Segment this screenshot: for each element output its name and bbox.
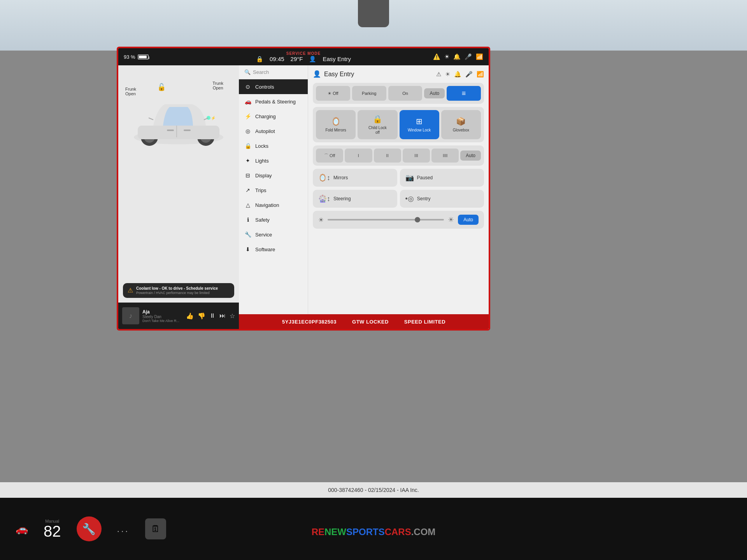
alert-banner: ⚠ Coolant low - OK to drive - Schedule s… [123,283,234,298]
nav-label-locks: Locks [255,143,268,149]
warning-icon: ⚠️ [433,53,440,60]
nav-item-pedals[interactable]: 🚗 Pedals & Steering [239,94,308,109]
nav-item-service[interactable]: 🔧 Service [239,227,308,242]
lights-parking-btn[interactable]: Parking [352,86,386,101]
nav-label-software: Software [255,247,275,252]
steering-section[interactable]: 🎡↕ Steering [313,190,397,208]
mic-header-icon: 🎤 [465,71,473,78]
alert-text: Coolant low - OK to drive - Schedule ser… [136,286,218,295]
sentry-icon: •◎ [405,194,414,203]
wiper-off-btn[interactable]: ⌒ Off [316,149,343,163]
clock: 09:45 [270,56,284,62]
brightness-sun-icon: ☀ [448,215,454,224]
bell-header-icon: 🔔 [454,71,461,78]
wiper-speed1-btn[interactable]: I [345,149,372,163]
car-panel: Frunk Open 🔓 Trunk Open [118,65,239,329]
wiper-speed2-btn[interactable]: II [374,149,401,163]
thumbs-up-btn[interactable]: 👍 [186,312,194,320]
wiper-auto-btn[interactable]: Auto [460,150,481,161]
car-svg: ⚡ [126,87,231,153]
status-bar: 93 % SERVICE MODE 🔒 09:45 29°F 👤 Easy En… [118,48,489,65]
header-icons: ⚠ ☀ 🔔 🎤 📶 [436,71,484,78]
thumbs-down-btn[interactable]: 👎 [198,312,205,320]
track-info: Aja Steely Dan Don't Take Me Alive R... [142,309,183,323]
tools-icon: 🔧 [82,523,96,536]
album-art: ♪ [122,307,139,324]
lights-off-btn[interactable]: ☀ Off [316,86,350,101]
star-btn[interactable]: ☆ [230,312,235,320]
software-icon: ⬇ [244,246,251,252]
nav-label-safety: Safety [255,217,270,223]
brightness-auto-btn[interactable]: Auto [458,215,479,225]
nav-item-locks[interactable]: 🔒 Locks [239,138,308,153]
nav-label-controls: Controls [255,84,274,90]
svg-rect-8 [184,130,191,131]
nav-item-controls[interactable]: ⊙ Controls [239,79,308,94]
sentry-section[interactable]: •◎ Sentry [400,190,484,208]
battery-percentage: 93 % [124,54,135,60]
calendar-icon: 🗓 [151,523,160,534]
svg-text:⚡: ⚡ [211,116,216,121]
calendar-btn[interactable]: 🗓 [145,518,166,539]
lights-auto-btn[interactable]: Auto [424,88,445,98]
nav-item-safety[interactable]: ℹ Safety [239,212,308,227]
icons-row: 🪞 Fold Mirrors 🔒 Child Lock off ⊞ [316,110,481,139]
watermark-cars: CARS [385,527,411,537]
wiper-speed4-btn[interactable]: IIII [431,149,459,163]
mirrors-dashcam-row: 🪞↕ Mirrors 📷 Paused [313,169,484,187]
window-lock-btn[interactable]: ⊞ Window Lock [400,110,439,139]
search-label: Search [253,69,269,75]
mirrors-section[interactable]: 🪞↕ Mirrors [313,169,397,187]
camera-bump [358,0,389,27]
nav-item-autopilot[interactable]: ◎ Autopilot [239,124,308,138]
search-bar[interactable]: 🔍 Search [239,65,308,79]
nav-item-software[interactable]: ⬇ Software [239,242,308,257]
nav-item-navigation[interactable]: △ Navigation [239,198,308,212]
child-lock-btn[interactable]: 🔒 Child Lock off [358,110,397,139]
fold-mirrors-btn[interactable]: 🪞 Fold Mirrors [316,110,356,139]
glovebox-btn[interactable]: 📦 Glovebox [441,110,481,139]
easy-entry-label: Easy Entry [323,56,351,62]
pause-btn[interactable]: ⏸ [209,312,216,319]
brightness-slider[interactable] [328,219,444,220]
locks-icon: 🔒 [244,143,251,149]
dots-btn[interactable]: ... [117,523,130,534]
wiper-speed3-btn[interactable]: III [403,149,430,163]
car-visualization: Frunk Open 🔓 Trunk Open [118,65,239,190]
svg-rect-5 [138,126,219,139]
pedals-icon: 🚗 [244,98,251,105]
lights-sun-icon: ☀ [328,91,331,96]
brightness-thumb [415,217,420,222]
service-icon: 🔧 [244,231,251,238]
nav-item-display[interactable]: ⊟ Display [239,168,308,183]
svg-line-11 [149,118,153,120]
nav-label-autopilot: Autopilot [255,128,275,134]
dashcam-section[interactable]: 📷 Paused [400,169,484,187]
sun-header-icon: ☀ [445,71,450,78]
tesla-screen: 93 % SERVICE MODE 🔒 09:45 29°F 👤 Easy En… [117,47,490,331]
display-icon: ⊟ [244,172,251,178]
trips-icon: ↗ [244,187,251,193]
nav-item-lights[interactable]: ✦ Lights [239,153,308,168]
status-right-icons: ⚠️ ☀ 🔔 🎤 📶 [433,53,483,60]
nav-item-charging[interactable]: ⚡ Charging [239,109,308,124]
media-controls: 👍 👎 ⏸ ⏭ ☆ [186,312,235,320]
controls-icon: ⊙ [244,84,251,90]
next-btn[interactable]: ⏭ [219,312,226,319]
speed-limit-status: SPEED LIMITED [404,319,445,325]
highbeam-btn[interactable]: ≡ [447,86,481,101]
nav-menu: 🔍 Search ⊙ Controls 🚗 Pedals & Steering … [239,65,308,329]
bell-icon: 🔔 [453,53,461,60]
speed-display: Manual 82 [44,519,61,539]
wipers-section: ⌒ Off I II III IIII [313,145,484,166]
lights-on-btn[interactable]: On [388,86,423,101]
car-taskbar-icon[interactable]: 🚗 [16,523,28,535]
nav-label-trips: Trips [255,187,266,193]
tools-btn[interactable]: 🔧 [77,516,102,541]
photo-background [0,0,747,51]
nav-item-trips[interactable]: ↗ Trips [239,183,308,198]
watermark: RENEWSPORTSCARS.COM [312,527,436,537]
gtw-status: GTW LOCKED [352,319,389,325]
nav-label-charging: Charging [255,114,276,119]
warning-header-icon: ⚠ [436,71,441,78]
